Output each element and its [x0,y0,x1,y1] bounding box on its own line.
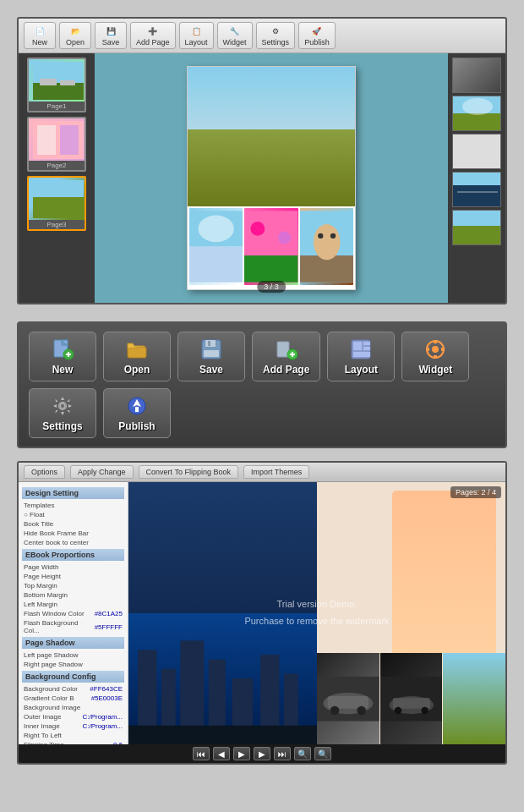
svg-rect-39 [208,341,210,346]
layout-button[interactable]: Layout [327,332,395,381]
open-button[interactable]: Open [103,332,171,381]
widget-icon: 🔧 [228,25,242,38]
right-thumb-5[interactable] [452,210,501,245]
svg-rect-48 [363,347,370,350]
main-toolbar: New Open Save [17,321,507,448]
app-canvas: 3 / 3 [95,53,448,303]
setting-templates: Templates [22,501,124,510]
right-thumb-4[interactable] [452,172,501,207]
save-btn-icon [199,337,223,361]
tab-convert[interactable]: Convert To Flipping Book [139,465,238,479]
setting-page-width: Page Width [22,562,124,572]
nav-first[interactable]: ⏮ [193,747,210,760]
design-setting-title: Design Setting [22,487,124,499]
setting-bottom-margin: Bottom Margin [22,590,124,600]
setting-hide-frame: Hide Book Frame Bar [22,529,124,538]
svg-rect-8 [33,197,84,218]
addpage-button[interactable]: Add Page [252,332,320,381]
nav-last[interactable]: ⏭ [274,747,291,760]
svg-rect-3 [60,80,75,85]
svg-rect-16 [244,255,297,283]
svg-rect-54 [426,348,429,351]
nav-prev[interactable]: ◀ [213,747,230,760]
svg-rect-26 [453,185,501,207]
svg-point-20 [318,233,323,239]
right-thumb-1[interactable] [452,58,501,93]
toolbar-save[interactable]: 💾 Save [95,22,127,49]
setting-page-height: Page Height [22,572,124,581]
setting-flash-bg-color: Flash Background Col... #5FFFFF [22,618,124,635]
toolbar-widget[interactable]: 🔧 Widget [217,22,253,49]
app-screenshot-1: 📄 New 📂 Open 💾 Save ➕ Add Page 📋 Layout … [17,17,507,304]
new-btn-label: New [52,364,74,376]
svg-rect-52 [434,340,437,343]
open-btn-label: Open [124,364,150,376]
addpage-btn-icon [275,337,298,361]
setting-inner-image: Inner Image C:/Program... [22,721,124,731]
svg-rect-5 [37,125,56,155]
layout-icon: 📋 [189,25,203,38]
tab-import-label: Import Themes [251,468,302,476]
svg-point-21 [330,233,336,239]
svg-rect-29 [453,226,501,245]
svg-rect-10 [189,247,243,283]
setting-float: ○ Float [22,510,124,519]
tab-options[interactable]: Options [24,465,65,479]
svg-point-11 [199,216,234,243]
thumbnail-2[interactable]: Page2 [27,117,86,172]
preview-page-nav: Pages: 2 / 4 [450,486,501,498]
new-icon: 📄 [33,25,46,38]
left-sidebar: Page1 Page2 [19,53,95,303]
page-thumb-sky [189,208,243,285]
watermark-text: Trial version Demo.Purchase to remove th… [244,596,389,630]
nav-zoom-in[interactable]: 🔍 [314,747,331,760]
tab-apply-change[interactable]: Apply Change [70,465,134,479]
thumbnail-3[interactable]: Page3 [27,176,86,231]
toolbar-publish[interactable]: 🚀 Publish [298,22,336,49]
svg-point-19 [313,224,340,260]
layout-btn-label: Layout [345,364,378,376]
right-sidebar [448,53,505,303]
svg-point-14 [267,216,285,233]
save-button[interactable]: Save [177,332,245,381]
toolbar-open[interactable]: 📂 Open [59,22,91,49]
setting-left-margin: Left Margin [22,600,124,609]
ebook-props-title: EBook Proportions [22,549,124,561]
settings-preview: Trial version Demo.Purchase to remove th… [128,482,505,744]
tab-import-themes[interactable]: Import Themes [243,465,309,479]
toolbar-new[interactable]: 📄 New [24,22,56,49]
thumbnail-1[interactable]: Page1 [27,58,86,112]
settings-icon: ⚙ [269,25,282,38]
nav-play[interactable]: ▶ [233,747,250,760]
toolbar-settings[interactable]: ⚙ Settings [256,22,296,49]
bg-config-title: Background Config [22,671,124,683]
svg-rect-23 [453,113,501,131]
toolbar-addpage[interactable]: ➕ Add Page [130,22,176,49]
svg-rect-47 [363,342,370,345]
toolbar-layout[interactable]: 📋 Layout [179,22,214,49]
setting-right-shadow: Right page Shadow [22,660,124,669]
open-icon: 📂 [68,25,82,38]
page-thumb-dog [300,208,353,285]
page-navigation[interactable]: 3 / 3 [257,281,286,293]
right-thumb-2[interactable] [452,96,501,131]
setting-bg-image: Background Image [22,703,124,712]
nav-zoom-out[interactable]: 🔍 [294,747,311,760]
tab-convert-label: Convert To Flipping Book [146,468,231,476]
settings-btn-label: Settings [42,420,82,432]
thumb-label-3: Page3 [29,220,85,229]
widget-button[interactable]: Widget [401,332,469,381]
widget-btn-icon [423,337,447,361]
thumb-label-2: Page2 [29,161,85,170]
publish-btn-icon [125,394,149,418]
save-icon: 💾 [104,25,117,38]
settings-toolbar: Options Apply Change Convert To Flipping… [19,463,505,482]
publish-button[interactable]: Publish [103,388,171,438]
nav-next[interactable]: ▶ [254,747,270,760]
svg-rect-27 [457,191,498,193]
settings-button[interactable]: Settings [29,388,96,438]
publish-btn-label: Publish [118,420,155,432]
new-button[interactable]: New [29,332,96,381]
right-thumb-3[interactable] [452,134,501,169]
page-top-image [188,67,355,206]
